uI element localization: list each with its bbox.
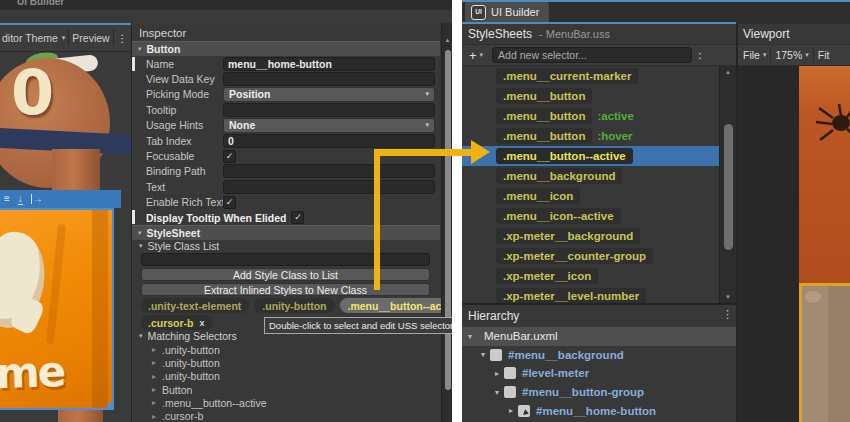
add-class-input[interactable] — [141, 253, 430, 266]
foldout-arrow-icon[interactable]: ▸ — [152, 372, 156, 381]
usage-hints-dropdown[interactable]: None ▾ — [223, 118, 435, 133]
foldout-arrow-icon[interactable]: ▸ — [152, 412, 156, 421]
style-class-list-foldout[interactable]: ▾ Style Class List — [134, 240, 219, 252]
stylesheet-section-header[interactable]: ▾ StyleSheet — [132, 225, 440, 240]
picking-mode-dropdown[interactable]: Position ▾ — [223, 87, 435, 102]
foldout-arrow-icon[interactable]: ▾ — [138, 229, 142, 237]
text-field[interactable] — [223, 180, 435, 194]
foldout-arrow-icon[interactable]: ▸ — [495, 369, 499, 378]
inspector-scrollbar[interactable]: ▲ — [441, 23, 452, 422]
foldout-arrow-icon[interactable]: ▾ — [481, 350, 485, 359]
selector-chip[interactable]: .menu__button--active — [496, 148, 633, 164]
selector-chip[interactable]: .menu__icon — [496, 188, 580, 204]
selector-list-scrollbar[interactable]: ▲ ▼ — [719, 66, 736, 303]
matching-selectors-foldout[interactable]: ▾ Matching Selectors — [134, 330, 237, 342]
fit-canvas-button[interactable]: Fit — [818, 49, 830, 61]
file-menu[interactable]: File — [743, 49, 760, 61]
remove-class-icon[interactable]: x — [200, 318, 205, 328]
add-selector-plus-icon[interactable]: + — [469, 48, 477, 63]
selector-row[interactable]: .xp-meter__background — [462, 226, 719, 246]
selector-chip[interactable]: .menu__current-marker — [496, 68, 638, 84]
resize-handle[interactable] — [107, 403, 114, 410]
matching-selector-row[interactable]: ▸ .menu__button--active — [152, 396, 267, 409]
selector-row[interactable]: .menu__button :active — [462, 106, 719, 126]
extract-inlined-styles-button[interactable]: Extract Inlined Styles to New Class — [141, 283, 430, 296]
add-style-class-button[interactable]: Add Style Class to List — [141, 268, 430, 281]
selector-chip[interactable]: .xp-meter__background — [496, 228, 640, 244]
scrollbar-thumb[interactable] — [445, 50, 451, 390]
view-data-key-field[interactable] — [223, 72, 435, 86]
align-lines-icon[interactable]: ≡ — [4, 194, 10, 204]
selector-row[interactable]: .xp-meter__counter-group — [462, 246, 719, 266]
selector-chip[interactable]: .xp-meter__level-number — [496, 288, 646, 303]
editor-theme-dropdown[interactable]: ditor Theme — [2, 32, 58, 44]
chevron-down-icon[interactable]: ▾ — [805, 51, 809, 59]
zoom-level-dropdown[interactable]: 175% — [775, 49, 802, 61]
scroll-up-icon[interactable]: ▲ — [720, 69, 736, 75]
button-section-header[interactable]: ▾ Button — [132, 41, 440, 56]
selector-chip[interactable]: .menu__button — [496, 128, 592, 144]
tree-row-menu-background[interactable]: ▾ #menu__background — [462, 346, 736, 365]
preview-button[interactable]: Preview — [72, 32, 109, 44]
tooltip-field[interactable] — [223, 103, 435, 117]
tab-ui-builder[interactable]: UI UI Builder — [465, 2, 549, 22]
selector-chip[interactable]: .menu__button — [496, 108, 592, 124]
selected-canvas-element[interactable] — [799, 283, 850, 422]
class-pill-cursor-b[interactable]: .cursor-b x — [140, 315, 213, 330]
selector-row[interactable]: .menu__button :hover — [462, 126, 719, 146]
matching-selector-row[interactable]: ▸ Button — [152, 383, 267, 396]
enable-rich-text-checkbox[interactable]: ✓ — [223, 196, 236, 209]
foldout-arrow-icon[interactable]: ▸ — [152, 358, 156, 367]
scrollbar-thumb[interactable] — [724, 124, 733, 250]
selector-row[interactable]: .xp-meter__icon — [462, 266, 719, 286]
chevron-down-icon[interactable]: ▾ — [480, 51, 484, 59]
add-selector-input[interactable] — [492, 47, 692, 63]
foldout-arrow-icon[interactable]: ▾ — [468, 332, 472, 341]
foldout-arrow-icon[interactable]: ▸ — [152, 398, 156, 407]
scroll-down-icon[interactable]: ▼ — [720, 294, 736, 300]
selector-options-icon[interactable]: : — [698, 49, 702, 61]
selector-row[interactable]: .menu__button — [462, 86, 719, 106]
matching-selector-row[interactable]: ▸ .unity-button — [152, 370, 267, 383]
selector-chip[interactable]: .menu__background — [496, 168, 622, 184]
matching-selector-row[interactable]: ▸ .unity-button — [152, 356, 267, 369]
matching-selector-row[interactable]: ▸ .cursor-b — [152, 409, 267, 422]
foldout-arrow-icon[interactable]: ▾ — [495, 388, 499, 397]
selector-chip[interactable]: .menu__icon--active — [496, 208, 621, 224]
selector-chip[interactable]: .menu__button — [496, 88, 592, 104]
anchor-bottom-icon[interactable]: ↓ — [18, 194, 23, 205]
selector-row[interactable]: .menu__current-marker — [462, 66, 719, 86]
display-tooltip-checkbox[interactable]: ✓ — [291, 211, 304, 224]
selector-row-selected[interactable]: .menu__button--active — [462, 146, 719, 166]
tab-index-field[interactable] — [223, 134, 435, 148]
selected-home-button-element[interactable]: me — [0, 208, 114, 410]
name-field[interactable] — [223, 57, 435, 71]
foldout-arrow-icon[interactable]: ▸ — [152, 385, 156, 394]
foldout-arrow-icon[interactable]: ▸ — [152, 345, 156, 354]
scroll-up-icon[interactable]: ▲ — [442, 37, 452, 43]
class-pill-unity-button[interactable]: .unity-button — [254, 298, 334, 313]
foldout-arrow-icon[interactable]: ▸ — [509, 406, 513, 415]
matching-selector-row[interactable]: ▸ .unity-button — [152, 343, 267, 356]
tree-row-menubar-uxml[interactable]: ▾ MenuBar.uxml — [462, 327, 736, 346]
selector-row[interactable]: .menu__icon — [462, 186, 719, 206]
class-pill-unity-text-element[interactable]: .unity-text-element — [140, 298, 249, 313]
chevron-down-icon[interactable]: ▾ — [763, 51, 767, 59]
kebab-menu-icon[interactable]: ⋮ — [722, 308, 733, 321]
field-label: Binding Path — [146, 165, 223, 177]
class-pill-menu-button-active[interactable]: .menu__button--active x — [340, 298, 452, 313]
tree-row-level-meter[interactable]: ▸ #level-meter — [462, 364, 736, 383]
chevron-down-icon[interactable]: ▾ — [62, 34, 66, 42]
selector-chip[interactable]: .xp-meter__icon — [496, 268, 598, 284]
tree-row-menu-button-group[interactable]: ▾ #menu__button-group — [462, 383, 736, 402]
foldout-arrow-icon[interactable]: ▾ — [138, 45, 142, 53]
selector-row[interactable]: .menu__background — [462, 166, 719, 186]
focusable-checkbox[interactable]: ✓ — [223, 150, 236, 163]
selector-row[interactable]: .xp-meter__level-number — [462, 286, 719, 303]
selector-chip[interactable]: .xp-meter__counter-group — [496, 248, 653, 264]
kebab-menu-icon[interactable]: ⋮ — [117, 32, 128, 44]
selector-row[interactable]: .menu__icon--active — [462, 206, 719, 226]
binding-path-field[interactable] — [223, 164, 435, 178]
anchor-right-icon[interactable]: → — [31, 194, 43, 204]
tree-row-menu-home-button[interactable]: ▸ #menu__home-button — [462, 401, 736, 420]
